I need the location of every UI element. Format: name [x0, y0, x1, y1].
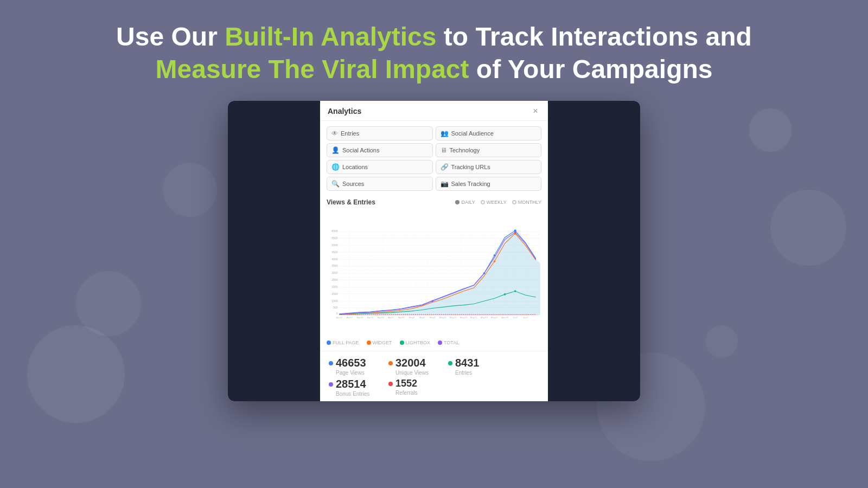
legend-full-page-label: FULL PAGE: [333, 340, 359, 345]
svg-point-30: [483, 272, 486, 274]
tab-sales-tracking-label: Sales Tracking: [451, 181, 490, 187]
svg-text:500: 500: [333, 306, 338, 309]
radio-monthly[interactable]: MONTHLY: [512, 200, 541, 205]
svg-point-34: [431, 300, 433, 303]
stat-unique-views: 32004 Unique Views: [388, 357, 448, 376]
legend-dot-total: [438, 341, 442, 345]
stat-bonus-entries-label: Bonus Entries: [329, 391, 369, 397]
headline-suffix1: to Track Interactions and: [436, 22, 751, 51]
headline-line2: Measure The Viral Impact of Your Campaig…: [0, 53, 868, 86]
tab-sources[interactable]: 🔍 Sources: [327, 177, 433, 191]
svg-text:6000: 6000: [331, 229, 338, 233]
headline-line1: Use Our Built-In Analytics to Track Inte…: [0, 21, 868, 53]
legend-dot-widget: [367, 341, 371, 345]
radio-monthly-label: MONTHLY: [518, 200, 541, 205]
headline-prefix: Use Our: [116, 22, 225, 51]
svg-text:May12: May12: [439, 316, 447, 319]
chart-section: Views & Entries DAILY WEEKLY MONTHLY: [320, 194, 548, 351]
legend-lightbox: LIGHTBOX: [400, 340, 431, 345]
stat-page-views-num-row: 46653: [329, 357, 366, 369]
svg-point-29: [494, 254, 496, 256]
svg-point-32: [494, 260, 496, 262]
stat-entries-label: Entries: [448, 370, 472, 376]
radio-weekly[interactable]: WEEKLY: [481, 200, 507, 205]
svg-text:3000: 3000: [331, 271, 338, 274]
svg-text:0: 0: [336, 312, 338, 315]
legend-full-page: FULL PAGE: [327, 340, 359, 345]
modal-right-panel: [548, 101, 640, 401]
tab-entries[interactable]: 👁 Entries: [327, 126, 433, 140]
modal-wrapper: Analytics × 👁 Entries 👥 Social Audience …: [228, 101, 640, 401]
chart-title: Views & Entries: [327, 198, 375, 206]
tab-locations[interactable]: 🌐 Locations: [327, 160, 433, 174]
legend-total: TOTAL: [438, 340, 459, 345]
svg-text:4500: 4500: [331, 251, 338, 254]
svg-text:May30: May30: [501, 316, 509, 319]
svg-text:1000: 1000: [331, 299, 338, 303]
radio-daily[interactable]: DAILY: [455, 200, 475, 205]
tab-technology[interactable]: 🖥 Technology: [436, 143, 542, 157]
svg-point-33: [514, 232, 516, 234]
tab-sales-tracking[interactable]: 📷 Sales Tracking: [436, 177, 542, 191]
stat-dot-referrals: [388, 382, 393, 386]
svg-point-35: [504, 293, 506, 296]
svg-text:1500: 1500: [331, 292, 338, 296]
svg-text:Apr24: Apr24: [378, 316, 384, 319]
headline-area: Use Our Built-In Analytics to Track Inte…: [0, 0, 868, 101]
stat-dot-unique-views: [388, 361, 393, 365]
stats-row: 46653 Page Views 32004 Unique Views 8431: [320, 351, 548, 401]
modal-center: Analytics × 👁 Entries 👥 Social Audience …: [320, 101, 548, 401]
stat-page-views: 46653 Page Views: [329, 357, 388, 376]
social-actions-icon: 👤: [331, 146, 340, 154]
stat-entries-num-row: 8431: [448, 357, 480, 369]
tab-tracking-urls-label: Tracking URLs: [451, 164, 490, 170]
legend-dot-lightbox: [400, 341, 404, 345]
stat-entries: 8431 Entries: [448, 357, 508, 376]
tab-social-audience[interactable]: 👥 Social Audience: [436, 126, 542, 140]
stat-page-views-value: 46653: [336, 357, 366, 369]
svg-text:Apr12: Apr12: [336, 316, 343, 319]
svg-text:May21: May21: [470, 316, 478, 319]
svg-text:Apr30: Apr30: [398, 316, 405, 319]
radio-dot-daily: [455, 200, 459, 204]
sales-tracking-icon: 📷: [441, 180, 449, 188]
tab-technology-label: Technology: [450, 147, 480, 153]
headline-suffix2: of Your Campaigns: [469, 55, 713, 84]
tabs-grid: 👁 Entries 👥 Social Audience 👤 Social Act…: [320, 121, 548, 194]
svg-text:Jun5: Jun5: [523, 316, 528, 319]
chart-header: Views & Entries DAILY WEEKLY MONTHLY: [327, 198, 541, 206]
chart-bottom-legend: FULL PAGE WIDGET LIGHTBOX TOTAL: [327, 338, 541, 348]
svg-text:3500: 3500: [331, 264, 338, 267]
svg-text:May6: May6: [419, 316, 425, 319]
headline-highlight2: Measure The Viral Impact: [156, 55, 469, 84]
svg-text:Apr21: Apr21: [367, 316, 374, 319]
svg-text:May3: May3: [409, 316, 415, 319]
stat-dot-entries: [448, 361, 452, 365]
chart-container: 6000 5500 5000 4500 4000 3500 3000 2500 …: [327, 208, 541, 338]
stat-unique-views-num-row: 32004: [388, 357, 426, 369]
legend-widget: WIDGET: [367, 340, 392, 345]
legend-lightbox-label: LIGHTBOX: [406, 340, 431, 345]
chart-period-controls: DAILY WEEKLY MONTHLY: [455, 200, 541, 205]
svg-text:Apr27: Apr27: [388, 316, 394, 319]
svg-text:May18: May18: [460, 316, 468, 319]
stat-dot-page-views: [329, 361, 333, 365]
svg-text:4000: 4000: [331, 258, 338, 261]
svg-text:2000: 2000: [331, 285, 338, 288]
tab-social-actions[interactable]: 👤 Social Actions: [327, 143, 433, 157]
headline-highlight1: Built-In Analytics: [225, 22, 436, 51]
close-button[interactable]: ×: [531, 106, 540, 116]
stat-referrals-value: 1552: [395, 378, 417, 389]
svg-text:2500: 2500: [331, 278, 338, 281]
tab-tracking-urls[interactable]: 🔗 Tracking URLs: [436, 160, 542, 174]
chart-svg: 6000 5500 5000 4500 4000 3500 3000 2500 …: [327, 208, 541, 338]
stat-dot-bonus-entries: [329, 382, 333, 387]
svg-text:May27: May27: [491, 316, 499, 319]
stat-referrals: 1552 Referrals: [388, 378, 448, 397]
eye-icon: 👁: [331, 130, 338, 137]
svg-text:Apr18: Apr18: [357, 316, 363, 319]
stat-unique-views-value: 32004: [395, 357, 426, 369]
stat-entries-value: 8431: [455, 357, 480, 369]
svg-text:5000: 5000: [331, 243, 338, 247]
tab-entries-label: Entries: [341, 130, 359, 137]
